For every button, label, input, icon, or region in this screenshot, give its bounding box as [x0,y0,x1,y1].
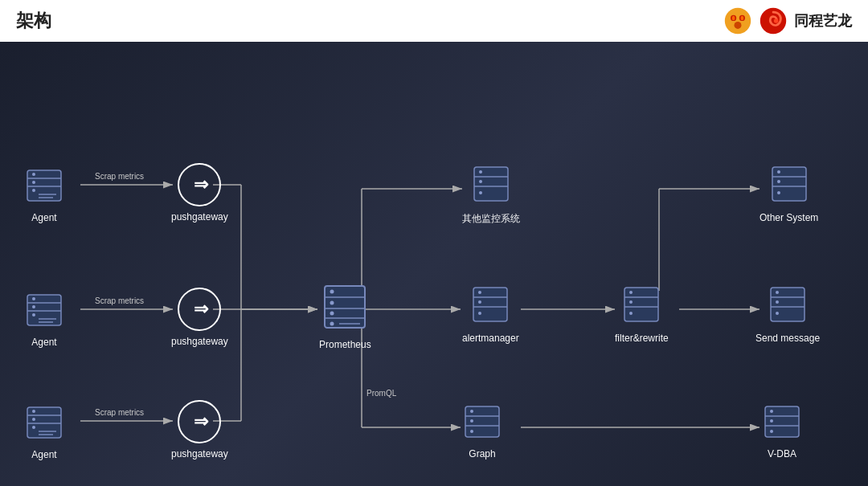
pushgateway1-label: pushgateway [171,211,228,223]
svg-point-86 [629,312,633,315]
svg-point-74 [478,312,481,315]
svg-point-35 [32,189,35,192]
svg-point-60 [330,312,334,316]
agent2-node: Agent [24,285,64,348]
pushgateway3-node: ⇒ pushgateway [171,400,228,459]
graph-icon [462,402,502,443]
svg-point-79 [470,419,473,423]
svg-point-3 [735,22,742,29]
svg-point-97 [776,300,779,304]
svg-point-85 [629,300,633,304]
pushgateway3-icon: ⇒ [178,400,221,443]
svg-point-61 [330,322,334,326]
pushgateway2-node: ⇒ pushgateway [171,288,228,347]
svg-point-78 [470,410,473,413]
svg-point-41 [32,297,35,300]
logo-area: 同程艺龙 [723,6,852,35]
page-title: 架构 [16,9,51,33]
svg-point-67 [479,180,482,183]
svg-point-66 [479,170,482,174]
svg-point-102 [770,410,773,413]
svg-point-33 [32,173,35,176]
agent1-node: Agent [24,161,64,223]
svg-point-43 [32,313,35,317]
svg-point-98 [776,312,779,315]
prometheus-label: Prometheus [319,339,371,350]
svg-point-7 [774,18,778,22]
graph-label: Graph [469,448,495,459]
filter-rewrite-icon [621,281,661,328]
alertmanager-icon [470,281,510,328]
svg-point-96 [776,291,779,294]
agent3-label: Agent [31,449,56,460]
vdba-label: V-DBA [768,448,796,459]
agent1-label: Agent [31,212,56,223]
graph-node: Graph [462,402,502,459]
agent3-icon [24,398,64,444]
logo-icon2 [759,6,788,35]
svg-point-58 [330,290,334,294]
other-system-node: Other System [760,161,818,223]
svg-point-5 [741,16,744,20]
prometheus-node: Prometheus [319,280,371,350]
svg-point-92 [777,191,780,194]
svg-point-103 [770,419,773,423]
other-system-label: Other System [760,212,818,223]
filter-rewrite-label: filter&rewrite [615,333,669,344]
other-monitor-icon [471,161,511,207]
scrap-label-3: Scrap metrics [95,408,144,417]
svg-point-68 [479,191,482,194]
prometheus-icon [321,280,368,334]
agent1-icon [24,161,64,207]
svg-point-72 [478,291,481,294]
svg-point-50 [32,418,35,421]
svg-point-91 [777,180,780,183]
svg-point-51 [32,426,35,429]
send-message-label: Send message [755,333,820,344]
header: 架构 同程艺龙 [0,0,868,42]
diagram-area: Scrap metrics Scrap metrics Scrap metric… [0,42,868,486]
logo-text: 同程艺龙 [794,11,852,31]
agent3-node: Agent [24,398,64,460]
vdba-node: V-DBA [762,402,802,459]
scrap-label-2: Scrap metrics [95,296,144,305]
agent2-icon [24,285,64,332]
svg-point-34 [32,181,35,184]
filter-rewrite-node: filter&rewrite [615,281,669,344]
scrap-label-1: Scrap metrics [95,172,144,181]
arrows-layer [0,42,868,486]
promql-label: PromQL [366,389,396,398]
svg-point-90 [777,170,780,174]
other-monitor-label: 其他监控系统 [462,212,520,226]
svg-point-84 [629,291,633,294]
send-message-node: Send message [755,281,820,344]
pushgateway1-node: ⇒ pushgateway [171,163,228,223]
vdba-icon [762,402,802,443]
send-message-icon [768,281,808,328]
agent2-label: Agent [31,337,56,348]
pushgateway3-label: pushgateway [171,448,228,459]
svg-point-59 [330,301,334,305]
pushgateway2-label: pushgateway [171,336,228,347]
svg-point-104 [770,430,773,433]
svg-point-73 [478,300,481,304]
logo-icon1 [723,6,752,35]
other-monitor-node: 其他监控系统 [462,161,520,226]
other-system-icon [769,161,809,207]
svg-point-80 [470,430,473,433]
svg-point-42 [32,305,35,308]
svg-point-4 [732,16,735,20]
svg-point-0 [725,8,751,34]
pushgateway1-icon: ⇒ [178,163,221,206]
alertmanager-node: alertmanager [462,281,519,344]
pushgateway2-icon: ⇒ [178,288,221,331]
svg-point-49 [32,410,35,413]
alertmanager-label: alertmanager [462,333,519,344]
